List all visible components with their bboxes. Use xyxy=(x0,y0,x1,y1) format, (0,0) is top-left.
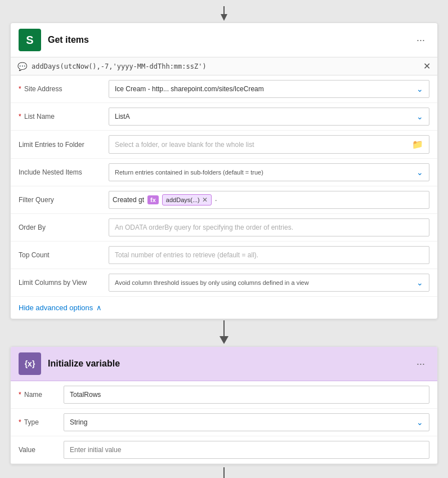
variable-type-input-wrapper: String ⌄ xyxy=(64,413,429,431)
list-name-dropdown[interactable]: ListA ⌄ xyxy=(109,108,429,126)
include-nested-items-value: Return entries contained in sub-folders … xyxy=(115,169,263,176)
sharepoint-icon: S xyxy=(19,29,41,51)
formula-bar-text: addDays(utcNow(),-7,'yyyy-MM-ddThh:mm:ss… xyxy=(32,62,419,70)
site-address-value: Ice Cream - http... sharepoint.com/sites… xyxy=(115,85,264,93)
include-nested-items-arrow: ⌄ xyxy=(416,168,423,177)
list-name-label: * List Name xyxy=(19,113,109,120)
order-by-row: Order By An ODATA orderBy query for spec… xyxy=(11,214,437,242)
order-by-label: Order By xyxy=(19,224,109,231)
filter-token-remove[interactable]: ✕ xyxy=(202,196,208,204)
filter-query-label: Filter Query xyxy=(19,196,109,204)
variable-value-row: Value xyxy=(11,436,437,464)
variable-name-label: * Name xyxy=(19,391,64,399)
limit-entries-folder-row: Limit Entries to Folder Select a folder,… xyxy=(11,131,437,159)
list-name-input-wrapper: ListA ⌄ xyxy=(109,108,429,126)
variable-value-label: Value xyxy=(19,446,64,454)
site-address-label: * Site Address xyxy=(19,85,109,93)
get-items-card: S Get items ··· 💬 addDays(utcNow(),-7,'y… xyxy=(10,23,438,319)
get-items-menu-button[interactable]: ··· xyxy=(412,32,429,48)
variable-type-required: * xyxy=(19,418,21,426)
filter-query-input[interactable]: Created gt fx addDays(...) ✕ · xyxy=(109,191,429,209)
filter-query-input-wrapper: Created gt fx addDays(...) ✕ · xyxy=(109,191,429,209)
limit-columns-dropdown[interactable]: Avoid column threshold issues by only us… xyxy=(109,274,429,292)
site-address-required: * xyxy=(19,85,21,93)
init-variable-title: Initialize variable xyxy=(48,359,412,369)
list-name-row: * List Name ListA ⌄ xyxy=(11,103,437,131)
limit-columns-input-wrapper: Avoid column threshold issues by only us… xyxy=(109,274,429,292)
site-address-dropdown[interactable]: Ice Cream - http... sharepoint.com/sites… xyxy=(109,80,429,98)
list-name-dropdown-arrow: ⌄ xyxy=(416,112,423,121)
init-variable-menu-button[interactable]: ··· xyxy=(412,356,429,372)
variable-type-dropdown[interactable]: String ⌄ xyxy=(64,413,429,431)
bottom-connector xyxy=(223,464,225,478)
formula-bar-close-button[interactable]: ✕ xyxy=(423,61,431,72)
limit-entries-folder-placeholder: Select a folder, or leave blank for the … xyxy=(115,141,254,149)
variable-type-arrow: ⌄ xyxy=(416,418,423,427)
filter-dot: · xyxy=(215,195,217,204)
limit-entries-folder-input[interactable]: Select a folder, or leave blank for the … xyxy=(109,135,429,154)
limit-columns-row: Limit Columns by View Avoid column thres… xyxy=(11,269,437,297)
variable-value-input-wrapper xyxy=(64,441,429,459)
order-by-input-wrapper: An ODATA orderBy query for specifying th… xyxy=(109,218,429,236)
limit-columns-arrow: ⌄ xyxy=(416,278,423,287)
list-name-required: * xyxy=(19,113,21,120)
variable-icon: {x} xyxy=(19,352,41,375)
middle-connector xyxy=(6,319,442,346)
top-count-input-wrapper: Total number of entries to retrieve (def… xyxy=(109,246,429,264)
limit-entries-folder-label: Limit Entries to Folder xyxy=(19,141,109,149)
top-count-label: Top Count xyxy=(19,251,109,259)
svg-marker-3 xyxy=(219,336,229,344)
folder-icon: 📁 xyxy=(412,139,423,150)
svg-marker-1 xyxy=(221,14,227,21)
site-address-dropdown-arrow: ⌄ xyxy=(416,84,423,93)
variable-name-row: * Name xyxy=(11,381,437,409)
get-items-header: S Get items ··· xyxy=(11,23,437,57)
variable-type-label: * Type xyxy=(19,418,64,426)
site-address-row: * Site Address Ice Cream - http... share… xyxy=(11,75,437,103)
hide-advanced-icon: ∧ xyxy=(96,303,102,312)
variable-name-input-wrapper xyxy=(64,386,429,404)
site-address-input-wrapper: Ice Cream - http... sharepoint.com/sites… xyxy=(109,80,429,98)
hide-advanced-label: Hide advanced options xyxy=(19,303,93,312)
get-items-body: * Site Address Ice Cream - http... share… xyxy=(11,75,437,319)
init-variable-body: * Name * Type String ⌄ Value xyxy=(11,381,437,464)
hide-advanced-button[interactable]: Hide advanced options ∧ xyxy=(11,297,437,319)
list-name-value: ListA xyxy=(115,113,130,120)
variable-name-input[interactable] xyxy=(64,386,429,404)
variable-type-row: * Type String ⌄ xyxy=(11,409,437,436)
init-variable-header: {x} Initialize variable ··· xyxy=(11,347,437,381)
top-count-placeholder: Total number of entries to retrieve (def… xyxy=(115,251,258,259)
variable-name-required: * xyxy=(19,391,21,399)
include-nested-items-dropdown[interactable]: Return entries contained in sub-folders … xyxy=(109,163,429,181)
order-by-placeholder: An ODATA orderBy query for specifying th… xyxy=(115,224,293,231)
limit-entries-folder-input-wrapper: Select a folder, or leave blank for the … xyxy=(109,135,429,154)
get-items-title: Get items xyxy=(48,35,412,45)
formula-bar: 💬 addDays(utcNow(),-7,'yyyy-MM-ddThh:mm:… xyxy=(11,57,437,75)
top-count-input[interactable]: Total number of entries to retrieve (def… xyxy=(109,246,429,264)
order-by-input[interactable]: An ODATA orderBy query for specifying th… xyxy=(109,218,429,236)
filter-token-label: addDays(...) xyxy=(166,196,200,203)
top-connector xyxy=(218,6,230,23)
variable-type-value: String xyxy=(70,418,87,426)
formula-bar-icon: 💬 xyxy=(17,62,27,71)
include-nested-items-input-wrapper: Return entries contained in sub-folders … xyxy=(109,163,429,181)
filter-query-prefix: Created gt xyxy=(113,196,144,204)
include-nested-items-row: Include Nested Items Return entries cont… xyxy=(11,159,437,186)
init-variable-card: {x} Initialize variable ··· * Name * Typ… xyxy=(10,346,438,464)
include-nested-items-label: Include Nested Items xyxy=(19,168,109,176)
filter-token-pill[interactable]: addDays(...) ✕ xyxy=(162,194,212,206)
variable-value-input[interactable] xyxy=(64,441,429,459)
filter-query-row: Filter Query Created gt fx addDays(...) … xyxy=(11,186,437,214)
limit-columns-value: Avoid column threshold issues by only us… xyxy=(115,279,309,286)
fx-badge: fx xyxy=(147,195,159,204)
top-count-row: Top Count Total number of entries to ret… xyxy=(11,242,437,269)
limit-columns-label: Limit Columns by View xyxy=(19,279,109,287)
